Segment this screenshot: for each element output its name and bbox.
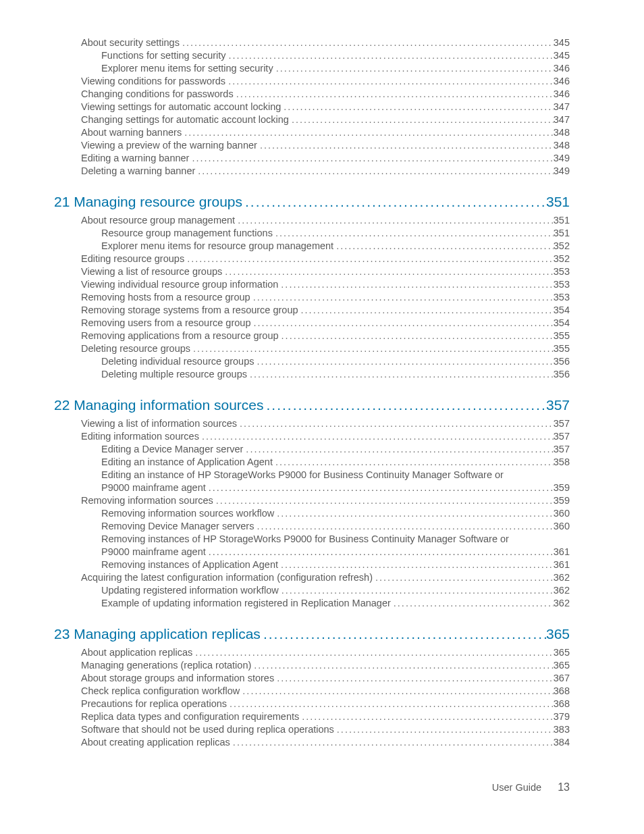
- toc-entry[interactable]: Editing resource groups352: [81, 253, 570, 265]
- toc-leader: [184, 253, 554, 265]
- toc-entry[interactable]: Deleting resource groups355: [81, 342, 570, 355]
- toc-entry-page: 346: [554, 62, 570, 75]
- toc-entry-page: 362: [554, 584, 570, 597]
- toc-leader: [192, 646, 554, 659]
- toc-entry-label: Editing an instance of HP StorageWorks P…: [101, 469, 570, 481]
- toc-entry-page: 353: [554, 278, 570, 291]
- toc-root: About security settings345Functions for …: [54, 36, 570, 749]
- toc-entry-page: 346: [554, 75, 570, 88]
- toc-entry[interactable]: Viewing conditions for passwords346: [81, 75, 570, 88]
- toc-entry[interactable]: Deleting a warning banner349: [81, 165, 570, 178]
- toc-entry-label: Viewing individual resource group inform…: [81, 278, 278, 291]
- toc-leader: [213, 494, 554, 507]
- toc-entry[interactable]: Removing storage systems from a resource…: [81, 304, 570, 317]
- toc-entry[interactable]: About application replicas365: [81, 646, 570, 659]
- toc-entry-page: 359: [554, 494, 570, 507]
- toc-leader: [391, 597, 554, 610]
- toc-entry-page: 365: [554, 646, 570, 659]
- toc-entry[interactable]: About warning banners348: [81, 126, 570, 139]
- toc-entry[interactable]: Functions for setting security345: [101, 49, 570, 62]
- toc-entry[interactable]: Deleting multiple resource groups356: [101, 368, 570, 381]
- toc-chapter[interactable]: 21 Managing resource groups351: [54, 194, 570, 210]
- toc-leader: [222, 265, 554, 278]
- toc-leader: [234, 88, 554, 101]
- toc-entry-page: 367: [554, 672, 570, 685]
- toc-entry-label: Viewing a preview of the warning banner: [81, 139, 257, 152]
- toc-entry-label: Resource group management functions: [101, 227, 273, 240]
- toc-entry[interactable]: About creating application replicas384: [81, 736, 570, 749]
- toc-entry-page: 351: [554, 214, 570, 227]
- toc-entry[interactable]: Removing Device Manager servers360: [101, 520, 570, 533]
- toc-page: About security settings345Functions for …: [0, 0, 644, 834]
- toc-entry[interactable]: Explorer menu items for resource group m…: [101, 240, 570, 253]
- toc-entry[interactable]: Changing settings for automatic account …: [81, 113, 570, 126]
- toc-entry-page: 357: [554, 443, 570, 456]
- toc-entry[interactable]: Precautions for replica operations368: [81, 698, 570, 710]
- toc-entry[interactable]: Viewing a preview of the warning banner3…: [81, 139, 570, 152]
- toc-entry[interactable]: Editing an instance of HP StorageWorks P…: [101, 469, 570, 494]
- toc-chapter[interactable]: 23 Managing application replicas365: [54, 626, 570, 642]
- toc-entry-label: Removing storage systems from a resource…: [81, 304, 298, 317]
- toc-entry-label: Viewing a list of information sources: [81, 417, 237, 430]
- toc-entry-page: 348: [554, 139, 570, 152]
- toc-entry[interactable]: Editing an instance of Application Agent…: [101, 456, 570, 469]
- toc-leader: [279, 330, 554, 342]
- toc-leader: [206, 546, 554, 558]
- toc-leader: [226, 49, 554, 62]
- toc-entry[interactable]: Removing instances of HP StorageWorks P9…: [101, 533, 570, 558]
- toc-leader: [278, 558, 554, 571]
- toc-entry[interactable]: Managing generations (replica rotation)3…: [81, 659, 570, 672]
- toc-entry-label: Viewing conditions for passwords: [81, 75, 225, 88]
- toc-entry-page: 348: [554, 126, 570, 139]
- toc-entry-page: 354: [554, 317, 570, 330]
- toc-entry[interactable]: Deleting individual resource groups356: [101, 355, 570, 368]
- toc-entry-label: Removing Device Manager servers: [101, 520, 254, 533]
- toc-chapter[interactable]: 22 Managing information sources357: [54, 397, 570, 413]
- toc-entry-page: 347: [554, 101, 570, 113]
- toc-entry[interactable]: Editing a Device Manager server357: [101, 443, 570, 456]
- toc-entry[interactable]: Editing a warning banner349: [81, 152, 570, 165]
- toc-entry-label: About storage groups and information sto…: [81, 672, 274, 685]
- toc-leader: [274, 507, 554, 520]
- toc-leader: [180, 36, 554, 49]
- toc-entry[interactable]: Removing users from a resource group354: [81, 317, 570, 330]
- toc-leader: [237, 417, 554, 430]
- toc-entry-page: 361: [554, 546, 570, 558]
- toc-entry[interactable]: Updating registered information workflow…: [101, 584, 570, 597]
- toc-entry-page: 384: [554, 736, 570, 749]
- toc-entry-page: 349: [554, 152, 570, 165]
- toc-entry[interactable]: Example of updating information register…: [101, 597, 570, 610]
- toc-entry-page: 355: [554, 342, 570, 355]
- toc-entry-label: Removing instances of HP StorageWorks P9…: [101, 533, 570, 546]
- toc-entry[interactable]: Check replica configuration workflow368: [81, 685, 570, 698]
- toc-entry[interactable]: Resource group management functions351: [101, 227, 570, 240]
- toc-entry[interactable]: Removing applications from a resource gr…: [81, 330, 570, 342]
- toc-entry[interactable]: Acquiring the latest configuration infor…: [81, 571, 570, 584]
- toc-entry[interactable]: Viewing a list of information sources357: [81, 417, 570, 430]
- toc-entry[interactable]: Removing instances of Application Agent3…: [101, 558, 570, 571]
- toc-entry[interactable]: Software that should not be used during …: [81, 723, 570, 736]
- toc-entry[interactable]: Removing information sources359: [81, 494, 570, 507]
- toc-entry[interactable]: Explorer menu items for setting security…: [101, 62, 570, 75]
- toc-entry[interactable]: About resource group management351: [81, 214, 570, 227]
- toc-entry[interactable]: Viewing individual resource group inform…: [81, 278, 570, 291]
- toc-entry[interactable]: About security settings345: [81, 36, 570, 49]
- toc-entry[interactable]: Editing information sources357: [81, 430, 570, 443]
- toc-leader: [182, 126, 554, 139]
- toc-leader: [199, 430, 554, 443]
- toc-entry-label: Removing users from a resource group: [81, 317, 250, 330]
- toc-entry[interactable]: Viewing a list of resource groups353: [81, 265, 570, 278]
- toc-entry[interactable]: Removing information sources workflow360: [101, 507, 570, 520]
- toc-entry[interactable]: Changing conditions for passwords346: [81, 88, 570, 101]
- toc-entry-label: Updating registered information workflow: [101, 584, 279, 597]
- toc-entry[interactable]: Viewing settings for automatic account l…: [81, 101, 570, 113]
- toc-entry[interactable]: About storage groups and information sto…: [81, 672, 570, 685]
- toc-entry-label: Editing a Device Manager server: [101, 443, 243, 456]
- toc-entry[interactable]: Removing hosts from a resource group353: [81, 291, 570, 304]
- toc-entry[interactable]: Replica data types and configuration req…: [81, 710, 570, 723]
- toc-entry-label: Example of updating information register…: [101, 597, 391, 610]
- toc-entry-label: Removing instances of Application Agent: [101, 558, 278, 571]
- toc-entry-label: Software that should not be used during …: [81, 723, 334, 736]
- toc-entry-page: 353: [554, 291, 570, 304]
- toc-entry-label: About resource group management: [81, 214, 235, 227]
